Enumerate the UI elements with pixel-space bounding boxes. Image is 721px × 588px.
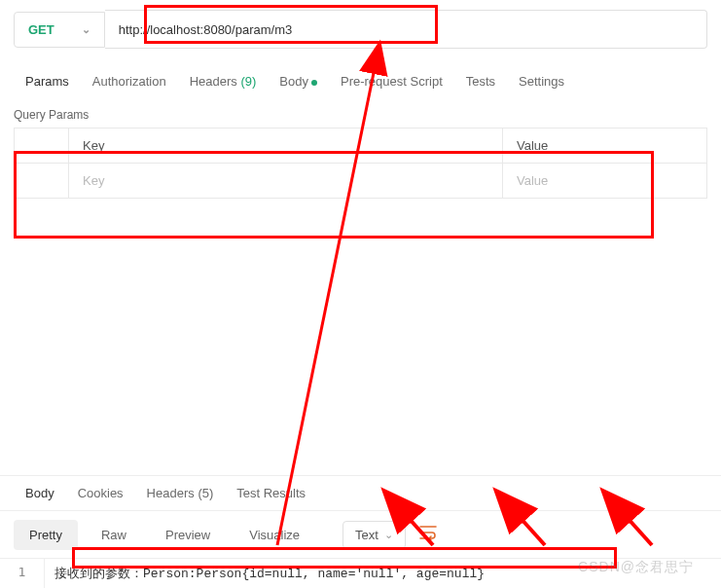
chevron-down-icon: ⌄: [384, 529, 393, 541]
line-number: 1: [0, 559, 45, 588]
url-input[interactable]: [119, 22, 693, 37]
dot-indicator-icon: [311, 80, 317, 86]
tab-prerequest[interactable]: Pre-request Script: [329, 66, 454, 96]
tab-headers-count: (9): [240, 74, 256, 89]
resp-tab-cookies[interactable]: Cookies: [66, 476, 135, 510]
tab-authorization[interactable]: Authorization: [81, 66, 178, 96]
tab-body-label: Body: [279, 74, 308, 89]
query-params-table: Key Value Key Value: [14, 128, 707, 199]
wrap-lines-icon[interactable]: [414, 519, 443, 550]
checkbox-cell[interactable]: [15, 164, 69, 199]
value-column-header: Value: [503, 129, 707, 164]
tab-body[interactable]: Body: [268, 66, 329, 96]
resp-tab-body[interactable]: Body: [14, 476, 66, 510]
tab-tests[interactable]: Tests: [454, 66, 507, 96]
table-header-row: Key Value: [15, 129, 707, 164]
response-view-row: Pretty Raw Preview Visualize Text ⌄: [0, 511, 721, 558]
key-input-cell[interactable]: Key: [69, 164, 503, 199]
table-row[interactable]: Key Value: [15, 164, 707, 199]
view-pretty[interactable]: Pretty: [14, 520, 78, 550]
query-params-label: Query Params: [0, 96, 721, 128]
resp-tab-test-results[interactable]: Test Results: [225, 476, 317, 510]
view-visualize[interactable]: Visualize: [234, 520, 315, 550]
view-raw[interactable]: Raw: [86, 520, 142, 550]
chevron-down-icon: ⌄: [82, 23, 90, 36]
resp-tab-headers-label: Headers: [147, 486, 195, 500]
http-method-label: GET: [28, 22, 54, 37]
tab-params[interactable]: Params: [14, 66, 81, 96]
response-code-area: 1 接收到的参数：Person:Person{id=null, name='nu…: [0, 558, 721, 588]
response-body-text[interactable]: 接收到的参数：Person:Person{id=null, name='null…: [45, 559, 721, 588]
checkbox-column-header: [15, 129, 69, 164]
request-tabs: Params Authorization Headers (9) Body Pr…: [0, 66, 721, 96]
resp-tab-headers[interactable]: Headers (5): [135, 476, 226, 510]
response-area: Body Cookies Headers (5) Test Results Pr…: [0, 475, 721, 588]
key-column-header: Key: [69, 129, 503, 164]
value-input-cell[interactable]: Value: [503, 164, 707, 199]
response-type-label: Text: [355, 528, 379, 542]
http-method-select[interactable]: GET ⌄: [14, 12, 105, 48]
view-preview[interactable]: Preview: [150, 520, 226, 550]
resp-tab-headers-count: (5): [198, 486, 213, 500]
tab-headers-label: Headers: [190, 74, 237, 89]
url-input-wrap: [105, 10, 707, 49]
response-type-dropdown[interactable]: Text ⌄: [342, 521, 406, 549]
tab-headers[interactable]: Headers (9): [178, 66, 269, 96]
response-tabs: Body Cookies Headers (5) Test Results: [0, 476, 721, 511]
tab-settings[interactable]: Settings: [507, 66, 576, 96]
query-params-box: Key Value Key Value: [14, 128, 707, 199]
